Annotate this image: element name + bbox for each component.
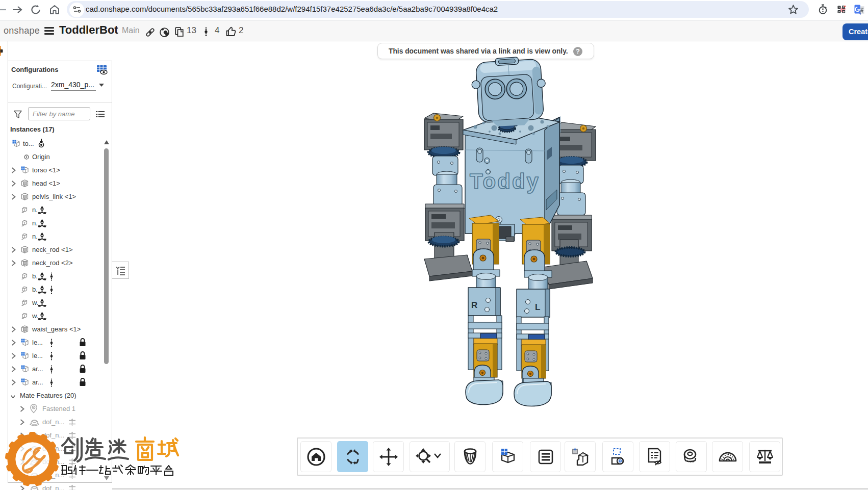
svg-text:Toddy: Toddy <box>470 169 540 193</box>
svg-text:R: R <box>471 300 477 310</box>
svg-text:L: L <box>535 302 540 312</box>
